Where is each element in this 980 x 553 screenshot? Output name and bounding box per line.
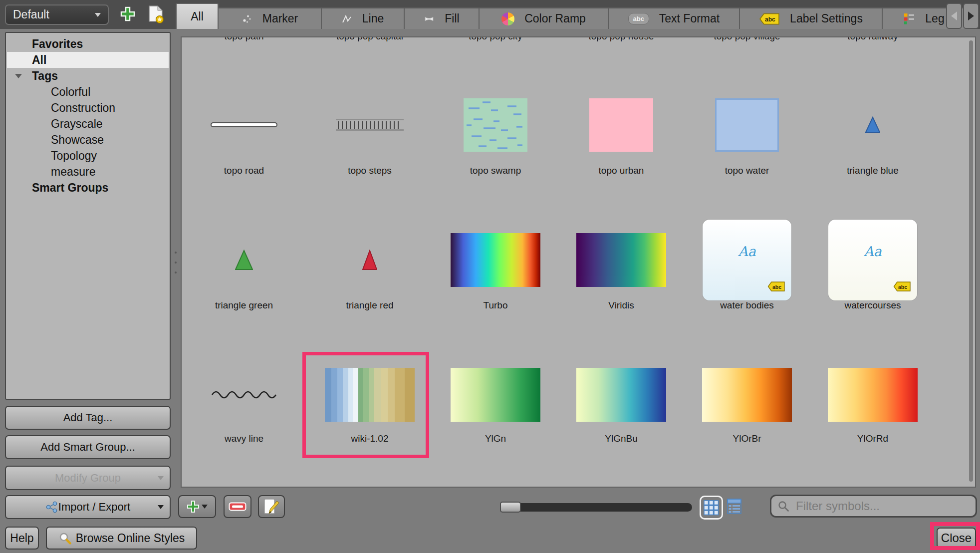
category-label: Construction	[51, 101, 115, 115]
symbols-grid: topo pathtopo pop capitaltopo pop cityto…	[181, 36, 976, 488]
grid-scrollbar[interactable]	[969, 40, 973, 482]
tab-scroll-buttons	[946, 3, 979, 29]
clipped-item-label-topo-pop-house: topo pop house	[558, 36, 684, 42]
tab-all[interactable]: All	[176, 3, 219, 29]
icon-size-slider-track[interactable]	[500, 503, 692, 512]
style-item-topo-urban[interactable]	[558, 70, 684, 180]
tab-line[interactable]: Line	[321, 7, 405, 29]
style-item-triangle-blue[interactable]	[810, 70, 936, 180]
tab-text-format[interactable]: abcText Format	[608, 7, 740, 29]
text-format-preview: Aaabc	[703, 220, 791, 300]
category-label: Favorites	[32, 37, 83, 51]
filter-placeholder: Filter symbols...	[796, 499, 880, 513]
add-tag-button[interactable]: Add Tag...	[5, 406, 171, 430]
minus-icon	[229, 502, 246, 511]
category-label: Showcase	[51, 133, 104, 147]
tab-fill[interactable]: Fill	[404, 7, 480, 29]
category-smart-groups[interactable]: Smart Groups	[7, 180, 169, 196]
sample-text: Aa	[828, 244, 917, 259]
new-style-document-icon[interactable]	[148, 5, 165, 26]
category-label: Grayscale	[51, 117, 103, 131]
remove-symbol-button[interactable]	[224, 495, 251, 518]
style-item-label: wavy line	[181, 433, 307, 444]
top-toolbar: Default AllMarkerLineFillColor RampabcTe…	[0, 0, 980, 29]
color-ramp-preview	[451, 233, 540, 287]
tab-label: Color Ramp	[524, 12, 586, 25]
style-item-topo-swamp[interactable]	[433, 70, 558, 180]
browse-online-styles-button[interactable]: Browse Online Styles	[46, 527, 197, 550]
style-item-topo-steps[interactable]	[307, 70, 433, 180]
tab-scroll-left-button[interactable]	[946, 3, 962, 29]
add-smart-group-button[interactable]: Add Smart Group...	[5, 435, 171, 459]
category-label: measure	[51, 165, 95, 179]
style-item-viridis[interactable]	[558, 205, 684, 315]
grid-view-toggle[interactable]	[700, 496, 723, 520]
symbol-fill-preview	[715, 98, 779, 152]
chevron-down-icon	[158, 505, 164, 509]
svg-text:abc: abc	[898, 284, 907, 290]
category-showcase[interactable]: Showcase	[7, 132, 169, 148]
category-list: FavoritesAllTagsColorfulConstructionGray…	[5, 32, 171, 400]
icon-size-slider-handle[interactable]	[500, 502, 521, 513]
style-item-label: Turbo	[433, 300, 558, 311]
add-item-icon[interactable]	[120, 6, 136, 24]
tab-scroll-right-button[interactable]	[963, 3, 979, 29]
category-grayscale[interactable]: Grayscale	[7, 116, 169, 132]
clipped-item-label-topo-pop-capital: topo pop capital	[307, 36, 433, 42]
style-database-select[interactable]: Default	[5, 4, 109, 25]
tab-marker[interactable]: Marker	[218, 7, 322, 29]
arrow-right-icon	[968, 11, 974, 20]
symbol-fill-preview	[589, 98, 653, 152]
style-item-label: YlGnBu	[558, 433, 684, 444]
style-item-label: triangle green	[181, 300, 307, 311]
tab-label: Fill	[445, 12, 459, 25]
style-item-turbo[interactable]	[433, 205, 558, 315]
style-item-triangle-green[interactable]	[181, 205, 307, 315]
symbol-line-preview	[210, 389, 278, 400]
category-topology[interactable]: Topology	[7, 148, 169, 164]
color-ramp-preview	[702, 368, 792, 422]
splitter-handle[interactable]	[174, 252, 178, 274]
modify-group-button[interactable]: Modify Group	[5, 466, 171, 490]
tab-label: All	[191, 10, 204, 23]
list-view-icon	[727, 499, 741, 514]
style-item-watercourses[interactable]: Aaabc	[810, 205, 936, 315]
style-item-label: topo swamp	[433, 165, 558, 176]
browse-online-styles-label: Browse Online Styles	[76, 532, 185, 545]
style-item-topo-road[interactable]	[181, 70, 307, 180]
list-view-toggle[interactable]	[727, 499, 741, 514]
svg-text:abc: abc	[765, 16, 775, 23]
color-ramp-preview	[325, 368, 415, 422]
style-item-label: YlOrBr	[684, 433, 810, 444]
category-label: Topology	[51, 149, 97, 163]
tab-label-settings[interactable]: abcLabel Settings	[739, 7, 883, 29]
clipped-item-label-topo-path: topo path	[181, 36, 307, 42]
style-item-topo-water[interactable]	[684, 70, 810, 180]
style-item-label: topo water	[684, 165, 810, 176]
expander-down-icon[interactable]	[15, 74, 22, 78]
category-favorites[interactable]: Favorites	[7, 36, 169, 52]
style-database-value: Default	[13, 8, 95, 21]
help-button[interactable]: Help	[5, 527, 39, 550]
category-colorful[interactable]: Colorful	[7, 84, 169, 100]
category-label: Tags	[32, 69, 58, 83]
share-icon	[45, 501, 58, 514]
style-item-triangle-red[interactable]	[307, 205, 433, 315]
filter-symbols-input[interactable]: Filter symbols...	[770, 495, 977, 518]
style-item-water-bodies[interactable]: Aaabc	[684, 205, 810, 315]
add-symbol-button[interactable]	[178, 495, 216, 518]
sample-text: Aa	[703, 244, 791, 259]
import-export-button[interactable]: Import / Export	[5, 495, 171, 519]
category-construction[interactable]: Construction	[7, 100, 169, 116]
style-item-label: YlOrRd	[810, 433, 936, 444]
style-item-label: Viridis	[558, 300, 684, 311]
grid-view-icon	[704, 500, 719, 516]
category-all[interactable]: All	[7, 52, 169, 68]
style-item-label: triangle blue	[810, 165, 936, 176]
symbol-marker-preview	[865, 116, 880, 133]
category-measure[interactable]: measure	[7, 164, 169, 180]
category-tags[interactable]: Tags	[7, 68, 169, 84]
close-button[interactable]: Close	[937, 528, 976, 549]
edit-symbol-button[interactable]	[258, 495, 285, 518]
tab-color-ramp[interactable]: Color Ramp	[479, 7, 609, 29]
